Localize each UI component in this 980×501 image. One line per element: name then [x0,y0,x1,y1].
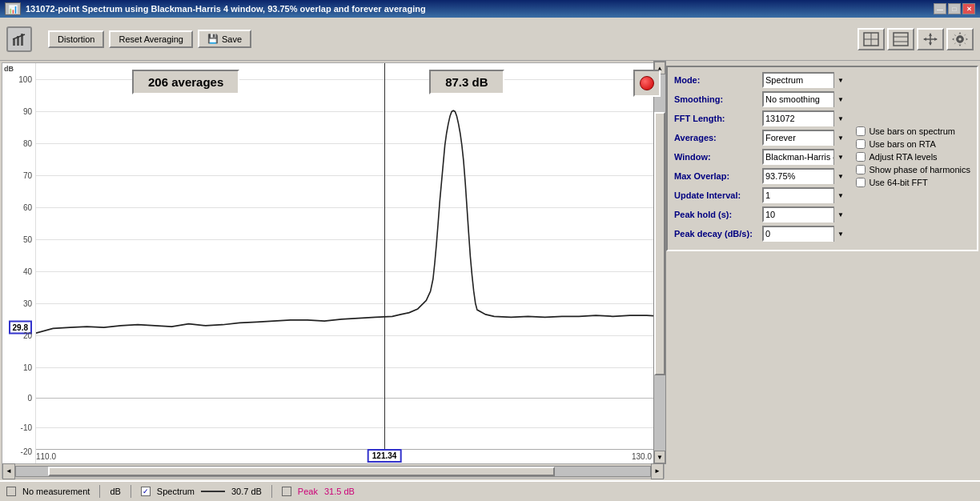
use-bars-rta-checkbox[interactable] [856,139,866,149]
use-64bit-label: Use 64-bit FFT [869,178,927,187]
update-select-arrow[interactable]: ▼ [833,187,846,203]
peak-hold-row: Peak hold (s): 10 ▼ [674,206,846,222]
scroll-right-button[interactable]: ► [651,463,664,479]
use-bars-spectrum-row: Use bars on spectrum [856,126,970,136]
y-label-50: 50 [23,235,32,244]
db-label: dB [110,487,120,496]
window-select-arrow[interactable]: ▼ [833,149,846,165]
spectrum-icon[interactable] [6,26,32,52]
smoothing-select-arrow[interactable]: ▼ [833,91,846,107]
layout1-icon[interactable] [858,28,885,50]
reset-averaging-button[interactable]: Reset Averaging [109,30,193,48]
use-64bit-checkbox[interactable] [856,178,866,187]
mode-row: Mode: Spectrum ▼ [674,72,846,88]
record-icon [640,76,654,90]
update-row: Update Interval: 1 ▼ [674,187,846,203]
scroll-track[interactable] [15,466,651,477]
y-label-minus20: -20 [21,447,32,456]
smoothing-select-wrapper: No smoothing ▼ [762,91,846,107]
y-label-minus10: -10 [21,423,32,432]
max-overlap-select-arrow[interactable]: ▼ [833,168,846,184]
max-overlap-row: Max Overlap: 93.75% ▼ [674,168,846,184]
y-label-90: 90 [23,107,32,116]
h-scrollbar: ◄ ► [2,463,664,478]
v-scroll-thumb[interactable] [654,112,665,375]
scroll-down-button[interactable]: ▼ [654,451,665,463]
mode-label: Mode: [674,75,762,85]
close-button[interactable]: ✕ [962,3,975,14]
adjust-rta-row: Adjust RTA levels [856,152,970,162]
use-64bit-row: Use 64-bit FFT [856,178,970,187]
separator-1 [99,485,100,498]
title-bar: 📊 131072-point Spectrum using Blackman-H… [0,0,980,18]
smoothing-label: Smoothing: [674,94,762,104]
no-measurement-label: No measurement [22,487,90,496]
use-bars-rta-label: Use bars on RTA [869,139,935,149]
y-label-80: 80 [23,139,32,148]
use-bars-rta-row: Use bars on RTA [856,139,970,149]
gear-icon[interactable] [946,28,974,50]
fft-select-arrow[interactable]: ▼ [833,110,846,126]
distortion-button[interactable]: Distortion [48,30,104,48]
y-label-30: 30 [23,299,32,308]
freq-axis: 110.0 130.0 Hz 121.34 [36,449,664,463]
cursor-freq-label: 121.34 [368,449,402,463]
maximize-button[interactable]: □ [948,3,961,14]
spectrum-line-sample [201,491,225,492]
fft-row: FFT Length: 131072 ▼ [674,110,846,126]
settings-controls: Mode: Spectrum ▼ Smoothing: No smo [674,72,846,245]
status-bar: No measurement dB Spectrum 30.7 dB Peak … [0,480,980,501]
peak-decay-select-arrow[interactable]: ▼ [833,226,846,242]
y-label-40: 40 [23,267,32,276]
max-overlap-label: Max Overlap: [674,171,762,181]
v-scrollbar: ▲ ▼ [653,61,666,464]
adjust-rta-label: Adjust RTA levels [869,152,937,162]
svg-marker-12 [929,33,932,36]
minimize-button[interactable]: — [934,3,946,14]
adjust-rta-checkbox[interactable] [856,152,866,162]
svg-marker-15 [934,38,938,41]
v-scroll-track[interactable] [654,74,665,451]
spectrum-checkbox[interactable] [141,487,151,496]
update-label: Update Interval: [674,190,762,200]
peak-hold-select-arrow[interactable]: ▼ [833,206,846,222]
spectrum-label: Spectrum [157,487,195,496]
plot-canvas[interactable]: 206 averages 87.3 dB 110.0 [36,63,664,463]
window-select-wrapper: Blackman-Harris 4 ▼ [762,149,846,165]
record-button[interactable] [633,70,661,97]
checkboxes-area: Use bars on spectrum Use bars on RTA Adj… [856,72,970,245]
use-bars-spectrum-checkbox[interactable] [856,126,866,136]
app-icon: 📊 [5,2,21,15]
svg-marker-14 [923,38,926,41]
db-value-badge: 87.3 dB [429,70,504,94]
scroll-left-button[interactable]: ◄ [2,463,15,479]
scroll-thumb[interactable] [48,467,556,476]
save-icon: 💾 [207,34,219,44]
averages-select-arrow[interactable]: ▼ [833,130,846,146]
averages-badge: 206 averages [132,70,239,94]
y-axis: dB 100 90 80 70 60 50 40 30 29.8 20 10 0 [2,63,36,463]
mode-select-arrow[interactable]: ▼ [833,72,846,88]
window-label: Window: [674,152,762,162]
save-button[interactable]: 💾 💾 Save Save [198,30,251,48]
peak-decay-label: Peak decay (dB/s): [674,229,762,238]
separator-2 [131,485,131,498]
title-buttons: — □ ✕ [934,3,975,14]
move-icon[interactable] [917,28,944,50]
y-label-60: 60 [23,203,32,212]
settings-column: Mode: Spectrum ▼ Smoothing: No smo [666,62,978,479]
averages-row: Averages: Forever ▼ [674,130,846,146]
use-bars-spectrum-label: Use bars on spectrum [869,126,955,136]
fft-select-wrapper: 131072 ▼ [762,110,846,126]
peak-decay-select-wrapper: 0 ▼ [762,226,846,242]
peak-value: 31.5 dB [324,487,355,496]
toolbar: Distortion Reset Averaging 💾 💾 Save Save [0,18,980,61]
y-label-70: 70 [23,171,32,180]
spectrum-curve [36,63,664,463]
peak-checkbox[interactable] [282,487,291,496]
main-content: dB 100 90 80 70 60 50 40 30 29.8 20 10 0 [0,61,980,480]
y-label-100: 100 [18,75,32,84]
layout2-icon[interactable] [887,28,914,50]
no-measurement-checkbox[interactable] [6,487,16,496]
show-phase-checkbox[interactable] [856,165,866,174]
